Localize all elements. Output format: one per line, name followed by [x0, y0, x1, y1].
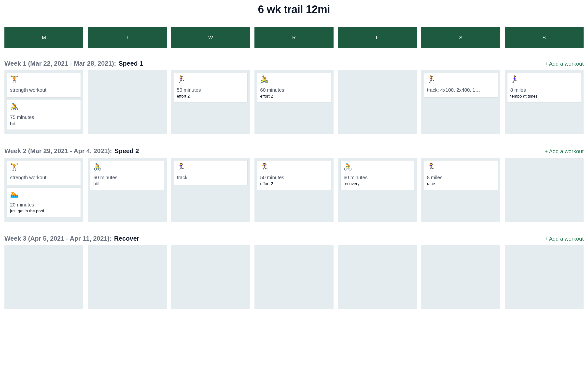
week-name: Recover: [114, 235, 139, 242]
day-cell[interactable]: [171, 245, 250, 309]
workout-title: track: [177, 175, 244, 180]
day-header-wednesday: W: [171, 27, 250, 48]
day-cell[interactable]: 🏃‍♀️track: 4x100, 2x400, 1…: [421, 70, 500, 134]
day-cell[interactable]: [88, 70, 167, 134]
cycle-icon: 🚴: [260, 76, 328, 83]
workout-card[interactable]: 🏋️strength workout: [7, 73, 81, 98]
workout-card[interactable]: 🏃‍♀️50 minuteseffort 2: [174, 73, 248, 103]
day-cell[interactable]: 🏃‍♀️8 milestempo at times: [505, 70, 584, 134]
week-section: Week 2 (Mar 29, 2021 - Apr 4, 2021):Spee…: [4, 140, 584, 228]
workout-subtitle: just get in the pool: [10, 209, 78, 214]
run-icon: 🏃‍♀️: [177, 163, 244, 170]
day-cell[interactable]: [338, 70, 417, 134]
workout-title: track: 4x100, 2x400, 1…: [427, 87, 494, 93]
page-title: 6 wk trail 12mi: [4, 3, 584, 16]
week-section: Week 3 (Apr 5, 2021 - Apr 11, 2021):Reco…: [4, 228, 584, 315]
week-date-label: Week 1 (Mar 22, 2021 - Mar 28, 2021):: [4, 60, 116, 67]
strength-icon: 🏋️: [10, 76, 78, 83]
workout-card[interactable]: 🏃‍♀️8 milesrace: [424, 160, 498, 190]
workout-title: 60 minutes: [344, 175, 411, 180]
day-cell[interactable]: [254, 245, 333, 309]
workout-card[interactable]: 🚴75 minuteshiit: [7, 100, 81, 130]
week-grid: 🏋️strength workout🚴75 minuteshiit🏃‍♀️50 …: [4, 70, 584, 140]
day-cell[interactable]: 🏃‍♀️50 minuteseffort 2: [254, 158, 333, 222]
add-workout-button[interactable]: + Add a workout: [545, 61, 584, 67]
swim-icon: 🏊: [10, 191, 78, 198]
workout-title: 8 miles: [427, 175, 494, 180]
week-header-row: Week 1 (Mar 22, 2021 - Mar 28, 2021):Spe…: [4, 60, 584, 67]
workout-subtitle: tempo at times: [510, 94, 578, 99]
day-header-tuesday: T: [88, 27, 167, 48]
workout-card[interactable]: 🏃‍♀️50 minuteseffort 2: [257, 160, 331, 190]
cycle-icon: 🚴: [344, 163, 411, 170]
add-workout-button[interactable]: + Add a workout: [545, 236, 584, 242]
workout-title: 60 minutes: [93, 175, 161, 180]
workout-title: 20 minutes: [10, 202, 78, 208]
workout-subtitle: effort 2: [177, 94, 244, 99]
day-cell[interactable]: 🚴60 minuteseffort 2: [254, 70, 333, 134]
week-grid: [4, 245, 584, 315]
workout-card[interactable]: 🏃‍♀️track: [174, 160, 248, 185]
day-cell[interactable]: 🚴60 minutesrecovery: [338, 158, 417, 222]
cycle-icon: 🚴: [10, 103, 78, 110]
workout-title: strength workout: [10, 87, 78, 93]
run-icon: 🏃‍♀️: [427, 163, 494, 170]
workout-subtitle: hiit: [10, 121, 78, 126]
day-cell[interactable]: 🏃‍♀️track: [171, 158, 250, 222]
day-cell[interactable]: [4, 245, 83, 309]
workout-title: strength workout: [10, 175, 78, 180]
workout-subtitle: recovery: [344, 181, 411, 186]
day-header-friday: F: [338, 27, 417, 48]
day-header-row: M T W R F S S: [4, 21, 584, 53]
week-name: Speed 1: [119, 60, 143, 67]
workout-subtitle: race: [427, 181, 494, 186]
day-cell[interactable]: 🏋️strength workout🏊20 minutesjust get in…: [4, 158, 83, 222]
day-cell[interactable]: [505, 158, 584, 222]
workout-subtitle: effort 2: [260, 181, 328, 186]
week-header-left: Week 3 (Apr 5, 2021 - Apr 11, 2021):Reco…: [4, 235, 139, 242]
day-header-monday: M: [4, 27, 83, 48]
day-cell[interactable]: 🏋️strength workout🚴75 minuteshiit: [4, 70, 83, 134]
week-header-left: Week 2 (Mar 29, 2021 - Apr 4, 2021):Spee…: [4, 147, 139, 155]
week-grid: 🏋️strength workout🏊20 minutesjust get in…: [4, 158, 584, 228]
week-date-label: Week 2 (Mar 29, 2021 - Apr 4, 2021):: [4, 147, 112, 155]
week-name: Speed 2: [114, 147, 139, 155]
day-cell[interactable]: 🚴60 minuteshiit: [88, 158, 167, 222]
workout-title: 8 miles: [510, 87, 578, 93]
week-date-label: Week 3 (Apr 5, 2021 - Apr 11, 2021):: [4, 235, 111, 242]
week-header-left: Week 1 (Mar 22, 2021 - Mar 28, 2021):Spe…: [4, 60, 143, 67]
day-cell[interactable]: [505, 245, 584, 309]
run-icon: 🏃‍♀️: [510, 76, 578, 83]
workout-subtitle: effort 2: [260, 94, 328, 99]
week-section: Week 1 (Mar 22, 2021 - Mar 28, 2021):Spe…: [4, 53, 584, 140]
day-cell[interactable]: [338, 245, 417, 309]
strength-icon: 🏋️: [10, 163, 78, 170]
cycle-icon: 🚴: [93, 163, 161, 170]
day-header-sunday: S: [505, 27, 584, 48]
run-icon: 🏃‍♀️: [427, 76, 494, 83]
workout-title: 50 minutes: [260, 175, 328, 180]
day-cell[interactable]: [88, 245, 167, 309]
run-icon: 🏃‍♀️: [260, 163, 328, 170]
title-bar: 6 wk trail 12mi: [4, 0, 584, 21]
add-workout-button[interactable]: + Add a workout: [545, 148, 584, 155]
run-icon: 🏃‍♀️: [177, 76, 244, 83]
week-header-row: Week 3 (Apr 5, 2021 - Apr 11, 2021):Reco…: [4, 235, 584, 242]
week-header-row: Week 2 (Mar 29, 2021 - Apr 4, 2021):Spee…: [4, 147, 584, 155]
day-cell[interactable]: [421, 245, 500, 309]
workout-card[interactable]: 🚴60 minuteseffort 2: [257, 73, 331, 103]
workout-title: 50 minutes: [177, 87, 244, 93]
workout-card[interactable]: 🏋️strength workout: [7, 160, 81, 185]
day-header-thursday: R: [254, 27, 333, 48]
day-header-saturday: S: [421, 27, 500, 48]
workout-card[interactable]: 🚴60 minuteshiit: [90, 160, 164, 190]
workout-card[interactable]: 🚴60 minutesrecovery: [340, 160, 414, 190]
workout-card[interactable]: 🏃‍♀️8 milestempo at times: [507, 73, 581, 103]
day-cell[interactable]: 🏃‍♀️50 minuteseffort 2: [171, 70, 250, 134]
workout-title: 60 minutes: [260, 87, 328, 93]
workout-title: 75 minutes: [10, 114, 78, 120]
workout-card[interactable]: 🏊20 minutesjust get in the pool: [7, 188, 81, 217]
day-cell[interactable]: 🏃‍♀️8 milesrace: [421, 158, 500, 222]
workout-subtitle: hiit: [93, 181, 161, 186]
workout-card[interactable]: 🏃‍♀️track: 4x100, 2x400, 1…: [424, 73, 498, 98]
